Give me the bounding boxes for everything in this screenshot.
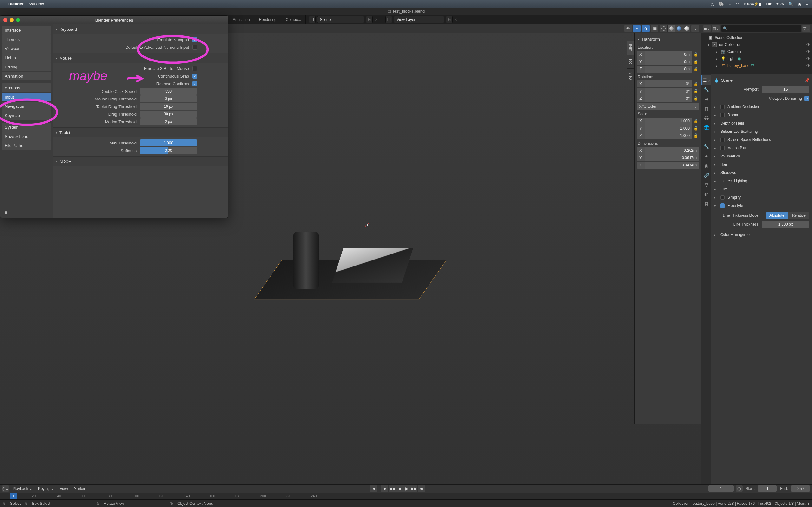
keying-menu[interactable]: Keying ⌄ [36,487,56,491]
lock-icon[interactable]: 🔓 [692,119,699,123]
npanel-tab-view[interactable]: View [627,69,635,84]
dim-z[interactable]: 0.0474m [645,162,699,169]
visibility-icon[interactable]: 👁 [624,25,632,32]
rotation-mode-dropdown[interactable]: XYZ Euler [637,103,699,110]
panel-simplify[interactable]: Simplify [727,195,741,200]
scale-x[interactable]: 1.000 [645,118,692,124]
world-tab-icon[interactable]: 🌐 [701,123,711,132]
npanel-tab-tool[interactable]: Tool [627,55,635,69]
viewport-samples-field[interactable]: 16 [762,86,810,93]
mesh-data-icon[interactable]: ▽ [751,63,754,68]
sidebar-editing[interactable]: Editing [2,62,51,71]
eye-icon[interactable]: 👁 [806,63,810,68]
outliner-item[interactable]: Camera [727,49,741,54]
outliner-view-icon[interactable]: ▥⌄ [712,25,720,32]
scene-delete-icon[interactable]: × [373,17,379,22]
clock[interactable]: Tue 18:26 [765,2,784,6]
sidebar-interface[interactable]: Interface [2,26,51,35]
outliner-item-selected[interactable]: battery_base [727,63,749,68]
viewlayer-delete-icon[interactable]: × [453,17,459,22]
viewlayer-name-field[interactable]: View Layer [394,16,444,23]
rotation-y[interactable]: 0° [645,88,692,95]
panel-dof[interactable]: Depth of Field [720,121,744,125]
window-menu[interactable]: Window [29,2,44,6]
lock-icon[interactable]: 🔓 [692,67,699,71]
transform-header[interactable]: Transform [637,35,699,43]
outliner-search[interactable]: 🔍 [721,25,801,32]
start-frame-field[interactable]: 1 [758,486,777,492]
sidebar-animation[interactable]: Animation [2,72,51,80]
workspace-tab[interactable]: Compo... [281,15,306,24]
tray-icon-1[interactable]: ◎ [711,2,714,6]
continuous-grab-checkbox[interactable]: ✓ [192,73,197,78]
eye-icon[interactable]: 👁 [806,56,810,61]
outliner-filter-icon[interactable]: ▽⌄ [803,25,810,32]
render-tab-icon[interactable]: ☰⌄ [701,75,711,85]
outliner-item[interactable]: Light [727,56,735,61]
lock-icon[interactable]: 🔓 [692,60,699,64]
wifi-icon[interactable]: ⌔ [736,2,739,6]
panel-color-mgmt[interactable]: Color Management [720,233,753,237]
panel-freestyle[interactable]: Freestyle [727,204,743,208]
npanel-tab-item[interactable]: Item [627,41,635,55]
lock-icon[interactable]: 🔓 [692,52,699,57]
solid-shading[interactable] [667,25,675,32]
jump-end-icon[interactable]: ⏭ [418,486,425,492]
adv-numeric-checkbox[interactable] [192,45,197,50]
viewlayer-new-icon[interactable]: ⎘ [446,16,453,23]
mouse-section-header[interactable]: ▾Mouse⠿ [53,53,228,63]
spotlight-icon[interactable]: 🔍 [788,2,793,6]
play-reverse-icon[interactable]: ◀ [396,486,403,492]
play-icon[interactable]: ▶ [403,486,410,492]
texture-tab-icon[interactable]: ▦ [701,199,711,209]
viewlayer-browse-icon[interactable]: ❐ [386,16,392,23]
scale-z[interactable]: 1.000 [645,132,692,139]
sidebar-lights[interactable]: Lights [2,53,51,62]
location-z[interactable]: 0m [645,66,692,72]
emulate-numpad-checkbox[interactable]: ✓ [192,37,197,42]
object-tab-icon[interactable]: ▢ [701,132,711,142]
light-data-icon[interactable]: ◉ [738,56,741,61]
max-threshold-slider[interactable]: 1.000 [140,139,197,147]
scene-name-field[interactable]: Scene [317,16,364,23]
panel-indirect[interactable]: Indirect Lighting [720,179,747,183]
panel-volumetrics[interactable]: Volumetrics [720,154,740,158]
sidebar-system[interactable]: System [2,123,51,131]
outliner-display-mode-icon[interactable]: ≣⌄ [703,25,711,32]
dim-y[interactable]: 0.0617m [645,154,699,161]
outliner[interactable]: ▣Scene Collection ▾✓▭Collection👁 ▸📷Camer… [701,33,812,74]
prefs-menu-icon[interactable]: ≡ [2,209,10,216]
end-frame-field[interactable]: 250 [791,486,810,492]
constraint-tab-icon[interactable]: 🔗 [701,170,711,180]
release-confirms-checkbox[interactable]: ✓ [192,81,197,86]
notifications-icon[interactable]: ≡ [806,2,808,6]
current-frame-field[interactable]: 1 [708,486,734,492]
bluetooth-icon[interactable]: ⚹ [728,1,732,6]
jump-prev-key-icon[interactable]: ◀◀ [389,486,396,492]
modifier-tab-icon[interactable]: 🔧 [701,142,711,152]
battery-status[interactable]: 100% ⚡▮ [743,2,761,6]
denoise-checkbox[interactable]: ✓ [804,96,809,101]
panel-ssr[interactable]: Screen Space Reflections [727,137,771,142]
sidebar-navigation[interactable]: Navigation [2,102,51,111]
panel-shadows[interactable]: Shadows [720,170,736,175]
scale-y[interactable]: 1.000 [645,125,692,132]
xray-icon[interactable]: ▣ [651,25,658,32]
lock-icon[interactable]: 🔓 [692,96,699,101]
mousedrag-field[interactable]: 3 px [140,95,197,102]
material-tab-icon[interactable]: ◐ [701,189,711,199]
jump-next-key-icon[interactable]: ▶▶ [410,486,417,492]
sidebar-filepaths[interactable]: File Paths [2,141,51,150]
properties-crumb[interactable]: Scene [721,78,733,83]
wireframe-shading[interactable] [660,25,667,32]
overlay-icon[interactable]: ◑ [642,25,650,32]
scene-new-icon[interactable]: ⎘ [366,16,373,23]
matprev-shading[interactable] [675,25,682,32]
outliner-collection[interactable]: Collection [725,43,742,47]
shading-options-icon[interactable]: ⌄ [692,25,699,32]
dim-x[interactable]: 0.202m [645,147,699,154]
sidebar-viewport[interactable]: Viewport [2,44,51,53]
rotation-x[interactable]: 0° [645,80,692,88]
lock-icon[interactable]: 🔓 [692,126,699,130]
lock-icon[interactable]: 🔓 [692,133,699,138]
